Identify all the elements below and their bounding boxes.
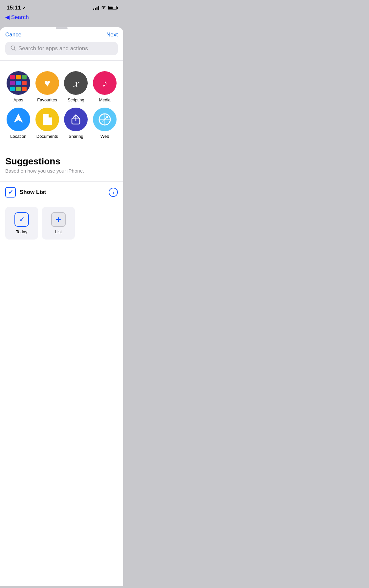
suggestion-cards: ✓ Today + List <box>0 203 123 247</box>
suggestions-title: Suggestions <box>5 156 118 167</box>
show-list-checkbox[interactable]: ✓ <box>5 187 16 198</box>
favourites-label: Favourites <box>37 97 57 102</box>
cancel-button[interactable]: Cancel <box>5 32 23 38</box>
search-icon <box>11 45 16 52</box>
documents-icon <box>35 108 59 131</box>
status-bar: 15:11 ↗ <box>0 0 123 13</box>
show-list-left: ✓ Show List <box>5 187 46 198</box>
search-bar-container: Search for apps and actions <box>0 42 123 60</box>
category-apps[interactable]: Apps <box>4 69 33 105</box>
search-placeholder: Search for apps and actions <box>18 45 88 52</box>
search-bar[interactable]: Search for apps and actions <box>5 42 118 55</box>
svg-line-9 <box>105 117 107 119</box>
list-plus-icon: + <box>51 212 66 227</box>
apps-icon <box>7 71 30 95</box>
back-button[interactable]: ◀ Search <box>5 14 118 21</box>
sharing-label: Sharing <box>69 134 83 139</box>
favourites-icon: ♥ <box>35 71 59 95</box>
category-web[interactable]: Web <box>90 105 119 141</box>
documents-label: Documents <box>36 134 58 139</box>
today-checkbox-icon: ✓ <box>14 212 29 227</box>
category-grid: Apps ♥ Favourites 𝑥 Scripting ♪ Media <box>0 61 123 148</box>
scripting-icon: 𝑥 <box>64 71 88 95</box>
category-documents[interactable]: Documents <box>33 105 62 141</box>
sheet-header: Cancel Next <box>0 29 123 42</box>
suggestion-card-today[interactable]: ✓ Today <box>5 207 38 240</box>
category-media[interactable]: ♪ Media <box>90 69 119 105</box>
web-label: Web <box>100 134 109 139</box>
next-button[interactable]: Next <box>106 32 118 38</box>
suggestions-section: Suggestions Based on how you use your iP… <box>0 148 123 181</box>
list-card-label: List <box>55 229 62 234</box>
status-icons <box>93 5 117 10</box>
status-time: 15:11 ↗ <box>7 5 26 11</box>
time-display: 15:11 <box>7 5 21 11</box>
sharing-icon <box>64 108 88 131</box>
category-favourites[interactable]: ♥ Favourites <box>33 69 62 105</box>
wifi-icon <box>101 5 106 10</box>
today-card-label: Today <box>16 229 28 234</box>
scripting-label: Scripting <box>68 97 84 102</box>
svg-marker-2 <box>14 114 23 123</box>
category-scripting[interactable]: 𝑥 Scripting <box>62 69 91 105</box>
show-list-row[interactable]: ✓ Show List i <box>0 182 123 203</box>
info-button[interactable]: i <box>109 188 118 197</box>
location-icon <box>7 108 30 131</box>
battery-icon <box>108 6 117 10</box>
category-location[interactable]: Location <box>4 105 33 141</box>
svg-line-1 <box>14 49 15 50</box>
svg-line-10 <box>102 119 105 122</box>
suggestions-subtitle: Based on how you use your iPhone. <box>5 168 118 174</box>
signal-icon <box>93 6 99 10</box>
media-icon: ♪ <box>93 71 117 95</box>
location-arrow-icon: ↗ <box>22 6 26 10</box>
back-nav[interactable]: ◀ Search <box>0 13 123 24</box>
media-label: Media <box>99 97 110 102</box>
location-label: Location <box>10 134 26 139</box>
web-icon <box>93 108 117 131</box>
category-sharing[interactable]: Sharing <box>62 105 91 141</box>
show-list-label: Show List <box>20 189 46 196</box>
suggestion-card-list[interactable]: + List <box>42 207 75 240</box>
apps-label: Apps <box>13 97 23 102</box>
bottom-sheet: Cancel Next Search for apps and actions <box>0 27 123 586</box>
